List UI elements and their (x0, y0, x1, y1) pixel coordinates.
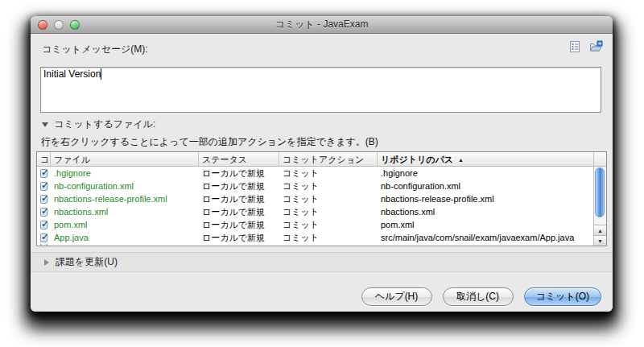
disclosure-open-icon (42, 122, 48, 127)
recent-messages-icon[interactable] (568, 39, 582, 54)
title-bar[interactable]: コミット - JavaExam (31, 16, 613, 34)
commit-message-text: Initial Version (43, 68, 101, 80)
cell-file: nb-configuration.xml (51, 181, 199, 191)
header-scrollbar-gap (593, 152, 606, 166)
column-header-commit[interactable]: コ... (37, 152, 51, 166)
column-header-file[interactable]: ファイル (51, 152, 199, 166)
cell-repo-path: .hgignore (378, 168, 593, 178)
cell-status: ローカルで新規 (199, 167, 279, 180)
commit-dialog: コミット - JavaExam コミットメッセージ(M): (31, 16, 613, 312)
load-template-icon[interactable] (588, 39, 603, 54)
commit-files-table: コ... ファイル ステータス コミットアクション リポジトリのパス▲ .hgi… (36, 151, 607, 246)
cell-status: ローカルで新規 (199, 193, 279, 205)
cell-repo-path: nb-configuration.xml (378, 181, 593, 191)
table-row[interactable]: pom.xml ローカルで新規 コミット pom.xml (37, 218, 593, 231)
context-menu-hint: 行を右クリックすることによって一部の追加アクションを指定できます。(B) (41, 135, 378, 149)
help-button[interactable]: ヘルプ(H) (361, 287, 432, 306)
row-checkbox[interactable] (40, 233, 47, 242)
cell-action[interactable]: コミット (279, 193, 378, 205)
column-header-repo-path[interactable]: リポジトリのパス▲ (378, 152, 593, 166)
table-row[interactable]: App.java ローカルで新規 コミット src/main/java/com/… (37, 231, 593, 244)
dialog-content: コミットメッセージ(M): (31, 34, 613, 312)
table-row[interactable]: nb-configuration.xml ローカルで新規 コミット nb-con… (37, 180, 593, 192)
table-row[interactable]: nbactions.xml ローカルで新規 コミット nbactions.xml (37, 205, 593, 218)
cell-status: ローカルで新規 (199, 232, 279, 244)
update-issues-toggle[interactable]: 課題を更新(U) (31, 252, 613, 272)
cell-action[interactable]: コミット (279, 180, 378, 192)
column-header-action[interactable]: コミットアクション (279, 152, 378, 166)
commit-message-label: コミットメッセージ(M): (42, 43, 148, 56)
row-checkbox[interactable] (40, 195, 47, 204)
commit-button[interactable]: コミット(O) (524, 287, 601, 306)
files-section-label: コミットするファイル: (54, 118, 155, 131)
cell-file: .hgignore (51, 168, 199, 178)
cell-action[interactable]: コミット (279, 219, 378, 231)
cancel-button[interactable]: 取消し(C) (443, 287, 514, 306)
window-title: コミット - JavaExam (31, 18, 613, 31)
row-checkbox[interactable] (40, 221, 47, 229)
cell-file: nbactions-release-profile.xml (51, 194, 199, 204)
cell-repo-path: nbactions-release-profile.xml (378, 194, 593, 204)
commit-message-input[interactable]: Initial Version (40, 67, 601, 113)
cell-status: ローカルで新規 (199, 219, 279, 231)
table-body: .hgignore ローカルで新規 コミット .hgignore nb-conf… (37, 167, 593, 246)
sort-ascending-icon: ▲ (458, 157, 464, 163)
table-row[interactable]: .hgignore ローカルで新規 コミット .hgignore (37, 167, 593, 180)
cell-file: pom.xml (51, 220, 199, 229)
scrollbar-thumb[interactable] (595, 167, 605, 217)
cell-action[interactable]: コミット (279, 232, 378, 244)
update-issues-label: 課題を更新(U) (56, 255, 118, 269)
vertical-scrollbar[interactable]: ▲ ▼ (593, 167, 606, 246)
table-row-partial[interactable] (37, 244, 593, 246)
cell-status: ローカルで新規 (199, 180, 279, 192)
scroll-down-button[interactable]: ▼ (594, 235, 606, 246)
disclosure-closed-icon (44, 259, 49, 266)
cell-repo-path: src/main/java/com/snail/exam/javaexam/Ap… (378, 233, 593, 242)
cell-repo-path: nbactions.xml (378, 207, 593, 217)
cell-status: ローカルで新規 (199, 206, 279, 218)
row-checkbox[interactable] (40, 244, 47, 246)
row-checkbox[interactable] (40, 182, 47, 191)
cell-file: nbactions.xml (51, 207, 199, 217)
row-checkbox[interactable] (40, 208, 47, 217)
cell-repo-path: pom.xml (378, 220, 593, 229)
cell-action[interactable]: コミット (279, 206, 378, 218)
cell-file: App.java (51, 233, 199, 242)
row-checkbox[interactable] (40, 169, 47, 178)
files-section-toggle[interactable]: コミットするファイル: (42, 118, 155, 131)
table-row[interactable]: nbactions-release-profile.xml ローカルで新規 コミ… (37, 192, 593, 205)
table-header-row: コ... ファイル ステータス コミットアクション リポジトリのパス▲ (37, 152, 606, 167)
column-header-status[interactable]: ステータス (199, 152, 279, 166)
scroll-up-button[interactable]: ▲ (594, 225, 606, 235)
cell-action[interactable]: コミット (279, 167, 378, 180)
